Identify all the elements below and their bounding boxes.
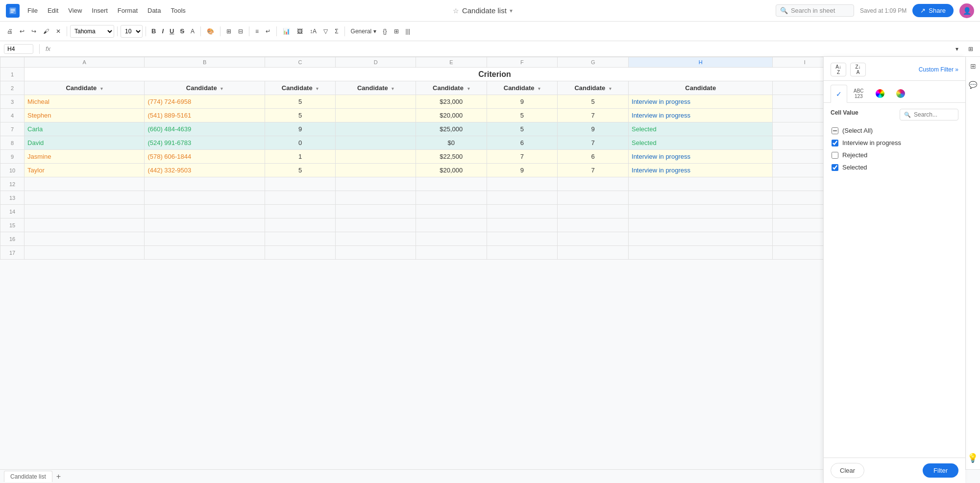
row-num-8[interactable]: 8 (0, 136, 24, 150)
filter-tab-abc[interactable]: ABC123 (848, 85, 869, 102)
menu-data[interactable]: Data (144, 5, 165, 16)
font-family-select[interactable]: Tahoma (70, 25, 114, 38)
cell-c4[interactable]: 5 (265, 109, 336, 122)
cell-c16[interactable] (265, 232, 336, 246)
cell-a13[interactable] (24, 191, 145, 205)
cell-g16[interactable] (558, 232, 629, 246)
col-header-candidate-h[interactable]: Candidate (629, 81, 773, 95)
cell-f10[interactable]: 9 (487, 164, 558, 177)
sheet-tab-candidate-list[interactable]: Candidate list (4, 471, 52, 482)
filter-tab-checkmark[interactable]: ✓ (831, 85, 847, 103)
row-num-7[interactable]: 7 (0, 122, 24, 136)
cell-d9[interactable] (336, 150, 416, 164)
cell-e3[interactable]: $23,000 (416, 95, 487, 109)
cell-e10[interactable]: $20,000 (416, 164, 487, 177)
cell-g14[interactable] (558, 205, 629, 218)
cell-g3[interactable]: 5 (558, 95, 629, 109)
menu-file[interactable]: File (24, 5, 42, 16)
cell-a4[interactable]: Stephen (24, 109, 145, 122)
cell-e8[interactable]: $0 (416, 136, 487, 150)
col-header-g[interactable]: G (558, 57, 629, 68)
cell-d8[interactable] (336, 136, 416, 150)
filter-tab-color1[interactable] (870, 85, 890, 102)
cell-e9[interactable]: $22,500 (416, 150, 487, 164)
cell-c12[interactable] (265, 177, 336, 191)
undo-button[interactable]: ↩ (17, 26, 27, 37)
title-dropdown-icon[interactable]: ▾ (510, 7, 513, 14)
cell-f15[interactable] (487, 218, 558, 232)
col-header-candidate-b[interactable]: Candidate ▾ (145, 81, 265, 95)
fill-color-button[interactable]: 🎨 (204, 26, 217, 37)
cell-g10[interactable]: 7 (558, 164, 629, 177)
clear-format-button[interactable]: ✕ (53, 26, 64, 37)
cell-d15[interactable] (336, 218, 416, 232)
menu-edit[interactable]: Edit (44, 5, 62, 16)
cell-g9[interactable]: 6 (558, 150, 629, 164)
cell-f8[interactable]: 6 (487, 136, 558, 150)
cell-g8[interactable]: 7 (558, 136, 629, 150)
more-formats[interactable]: ⊞ (391, 26, 402, 37)
explore-button[interactable]: ⊞ (965, 44, 976, 54)
cell-h7[interactable]: Selected (629, 122, 773, 136)
cell-b7[interactable]: (660) 484-4639 (145, 122, 265, 136)
cell-a16[interactable] (24, 232, 145, 246)
filter-search-input[interactable] (914, 111, 954, 118)
cell-h9[interactable]: Interview in progress (629, 150, 773, 164)
borders-button[interactable]: ⊞ (223, 26, 234, 37)
cell-c14[interactable] (265, 205, 336, 218)
sidebar-lightbulb-icon[interactable]: 💡 (967, 453, 978, 463)
filter-option-rejected[interactable]: Rejected (831, 149, 958, 161)
merge-button[interactable]: ⊟ (235, 26, 246, 37)
cell-g15[interactable] (558, 218, 629, 232)
row-num-1[interactable]: 1 (0, 68, 24, 81)
cell-c13[interactable] (265, 191, 336, 205)
cell-b15[interactable] (145, 218, 265, 232)
menu-tools[interactable]: Tools (167, 5, 189, 16)
columns-button[interactable]: ||| (403, 26, 413, 37)
row-num-17[interactable]: 17 (0, 246, 24, 260)
wrap-button[interactable]: ↵ (263, 26, 273, 37)
cell-d10[interactable] (336, 164, 416, 177)
align-button[interactable]: ≡ (252, 26, 262, 37)
col-header-c[interactable]: C (265, 57, 336, 68)
cell-a8[interactable]: David (24, 136, 145, 150)
image-button[interactable]: 🖼 (294, 26, 306, 37)
filter-tab-color2[interactable] (891, 85, 910, 102)
cell-h12[interactable] (629, 177, 773, 191)
cell-h4[interactable]: Interview in progress (629, 109, 773, 122)
add-sheet-button[interactable]: + (56, 472, 61, 481)
cell-c8[interactable]: 0 (265, 136, 336, 150)
row-num-14[interactable]: 14 (0, 205, 24, 218)
col-header-candidate-f[interactable]: Candidate ▾ (487, 81, 558, 95)
cell-h10[interactable]: Interview in progress (629, 164, 773, 177)
sidebar-comment-icon[interactable]: 💬 (968, 79, 979, 90)
star-icon[interactable]: ☆ (453, 7, 459, 15)
cell-h8[interactable]: Selected (629, 136, 773, 150)
cell-c10[interactable]: 5 (265, 164, 336, 177)
row-num-9[interactable]: 9 (0, 150, 24, 164)
cell-f4[interactable]: 5 (487, 109, 558, 122)
cell-a15[interactable] (24, 218, 145, 232)
cell-c17[interactable] (265, 246, 336, 260)
cell-f9[interactable]: 7 (487, 150, 558, 164)
menu-view[interactable]: View (64, 5, 86, 16)
strikethrough-button[interactable]: S (177, 26, 187, 36)
print-button[interactable]: 🖨 (4, 26, 16, 37)
col-header-candidate-e[interactable]: Candidate ▾ (416, 81, 487, 95)
filter-option-selected[interactable]: Selected (831, 161, 958, 173)
sort-asc-button[interactable]: A↓ Z (831, 63, 846, 76)
cell-b3[interactable]: (774) 724-6958 (145, 95, 265, 109)
number-format-select[interactable]: General ▾ (348, 26, 379, 37)
cell-b17[interactable] (145, 246, 265, 260)
col-header-a[interactable]: A (24, 57, 145, 68)
cell-b9[interactable]: (578) 606-1844 (145, 150, 265, 164)
underline-button[interactable]: U (167, 26, 176, 36)
cell-d7[interactable] (336, 122, 416, 136)
search-bar[interactable]: 🔍 Search in sheet (776, 4, 854, 17)
row-num-2[interactable]: 2 (0, 81, 24, 95)
cell-d3[interactable] (336, 95, 416, 109)
cell-e17[interactable] (416, 246, 487, 260)
formula-toggle[interactable]: {} (380, 26, 390, 37)
cell-a9[interactable]: Jasmine (24, 150, 145, 164)
redo-button[interactable]: ↪ (28, 26, 39, 37)
